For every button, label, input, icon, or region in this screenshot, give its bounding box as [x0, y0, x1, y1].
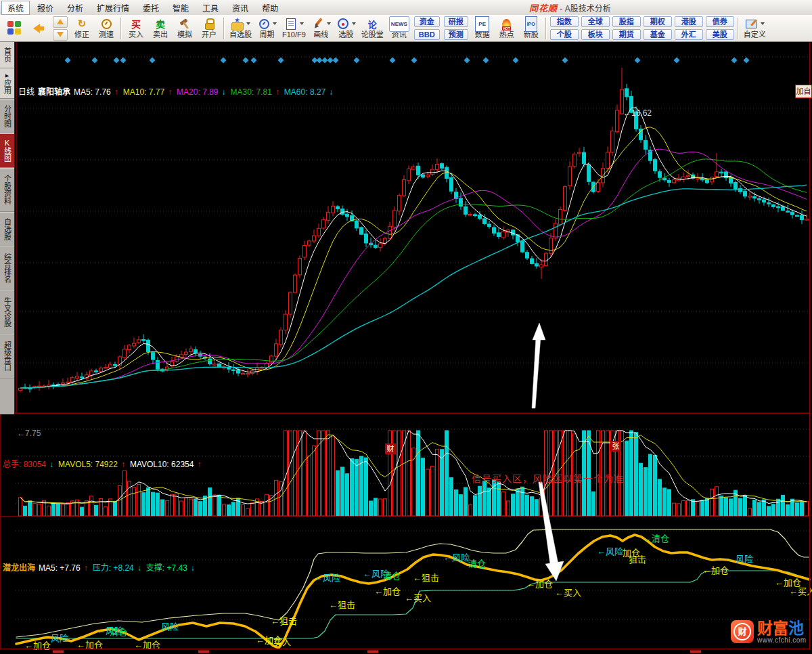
volume-bar — [185, 498, 188, 516]
toolbar-button-BBD[interactable]: BBD — [414, 29, 440, 40]
chart-area[interactable]: ←风险清仓风险←加仓←加仓←加仓风险←狙击←加仓买入←风险←风险清仓←狙击←加仓… — [0, 42, 812, 654]
toolbar-button-热点[interactable]: 热点 — [495, 16, 519, 41]
candle — [772, 204, 775, 206]
sidebar: 首页▶应用分时图K线图个股资料自选股综合排名牛叉诊股超级盘口 — [0, 42, 15, 414]
sidebar-tab-自选股[interactable]: 自选股 — [0, 212, 14, 246]
volume-bar — [246, 508, 250, 516]
volume-bar — [24, 506, 27, 516]
toolbar-button-模拟[interactable]: 模拟 — [173, 16, 197, 41]
market-button-外汇[interactable]: 外汇 — [675, 29, 703, 40]
market-button-期权[interactable]: 期权 — [644, 16, 672, 27]
toolbar-button-预测[interactable]: 预测 — [444, 29, 468, 40]
kline-ma-2: MA20: 7.89 — [177, 87, 218, 97]
vheader-value-1: MAVOL5: 74922 — [58, 460, 118, 469]
down-arrow-icon: ↓ — [137, 563, 141, 573]
toolbar-button-研报[interactable]: 研报 — [444, 16, 468, 27]
sidebar-tab-个股资料[interactable]: 个股资料 — [0, 168, 14, 212]
diamond-marker — [91, 57, 97, 63]
volume-bar — [303, 431, 307, 516]
scroll-up-button[interactable] — [53, 16, 68, 28]
menu-item-资讯[interactable]: 资讯 — [226, 1, 254, 15]
market-button-全球[interactable]: 全球 — [581, 16, 610, 27]
sidebar-tab-综合排名[interactable]: 综合排名 — [0, 246, 14, 290]
menu-item-智能[interactable]: 智能 — [166, 1, 195, 15]
market-button-美股[interactable]: 美股 — [706, 29, 734, 40]
volume-bar — [455, 489, 458, 516]
signal-label: ←风险 — [597, 546, 623, 557]
market-button-指数[interactable]: 指数 — [550, 16, 579, 27]
toolbar-button-F10/F9[interactable]: F10/F9 — [279, 16, 309, 41]
market-button-债券[interactable]: 债券 — [706, 16, 734, 27]
menu-item-帮助[interactable]: 帮助 — [256, 1, 284, 15]
sidebar-tab-牛叉诊股[interactable]: 牛叉诊股 — [0, 290, 14, 334]
chevron-down-icon — [352, 22, 356, 27]
market-button-板块[interactable]: 板块 — [581, 29, 610, 40]
menu-item-委托[interactable]: 委托 — [137, 1, 165, 15]
period-label[interactable]: 日线 — [18, 87, 35, 97]
candle — [71, 378, 74, 382]
candle — [805, 219, 809, 221]
volume-bar — [95, 505, 98, 516]
market-button-港股[interactable]: 港股 — [675, 16, 703, 27]
menu-item-工具[interactable]: 工具 — [196, 1, 225, 15]
menu-item-系统[interactable]: 系统 — [1, 1, 30, 15]
diamond-marker — [327, 57, 333, 63]
menu-item-报价[interactable]: 报价 — [31, 1, 60, 15]
market-button-期货[interactable]: 期货 — [612, 29, 641, 40]
volume-bar — [341, 467, 344, 516]
volume-bar — [81, 507, 84, 516]
market-button-个股[interactable]: 个股 — [550, 29, 579, 40]
toolbar-button-新股[interactable]: IPO新股 — [519, 16, 543, 41]
volume-bar — [38, 504, 41, 516]
diamond-marker — [149, 57, 155, 63]
volume-bar — [535, 500, 539, 516]
ths-logo-button[interactable] — [2, 16, 26, 41]
toolbar-button-测速[interactable]: 测速 — [94, 16, 118, 41]
volume-bar — [763, 500, 766, 516]
menu-item-分析[interactable]: 分析 — [61, 1, 89, 15]
menu-item-扩展行情[interactable]: 扩展行情 — [91, 1, 135, 15]
volume-bar — [90, 496, 93, 516]
volume-header: 总手: 83054↓MAVOL5: 74922↑MAVOL10: 62354↑ — [3, 458, 206, 469]
toolbar-button-label: 自定义 — [744, 30, 766, 39]
toolbar-button-论股堂[interactable]: 论论股堂 — [359, 16, 386, 41]
add-to-watchlist-button[interactable]: 加自 — [795, 85, 812, 98]
candle — [246, 374, 250, 375]
volume-bar — [417, 431, 420, 516]
signal-label: ←买入 — [555, 588, 581, 598]
signal-label: ←狙击 — [271, 616, 297, 626]
volume-bar — [644, 468, 648, 516]
sidebar-tab-分时图[interactable]: 分时图 — [0, 99, 14, 133]
scroll-down-button[interactable] — [53, 29, 68, 41]
volume-bar — [180, 501, 183, 516]
toolbar-button-选股[interactable]: 选股 — [334, 16, 359, 41]
diamond-marker — [482, 57, 489, 63]
toolbar-button-数据[interactable]: PE数据 — [470, 16, 495, 41]
toolbar-button-卖出[interactable]: 卖卖出 — [148, 16, 173, 41]
volume-bar — [289, 431, 292, 516]
buy-icon: 买 — [129, 18, 143, 30]
volume-bar — [682, 500, 685, 516]
cfchi-logo-icon: 财 — [731, 620, 754, 643]
diamond-markers-layer — [64, 57, 749, 63]
toolbar-button-资讯[interactable]: NEWS资讯 — [386, 16, 412, 41]
toolbar-button-买入[interactable]: 买买入 — [124, 16, 148, 41]
sidebar-tab-超级盘口[interactable]: 超级盘口 — [0, 334, 14, 378]
sidebar-tab-K线图[interactable]: K线图 — [0, 133, 14, 168]
toolbar-button-back-arrow-icon[interactable] — [26, 16, 51, 41]
sidebar-tab-首页[interactable]: 首页 — [0, 42, 14, 68]
toolbar-button-资金[interactable]: 资金 — [414, 16, 440, 27]
toolbar-button-自定义[interactable]: 自定义 — [741, 16, 769, 41]
candlestick-layer[interactable] — [19, 68, 809, 393]
volume-bar — [796, 503, 799, 516]
market-button-股指[interactable]: 股指 — [612, 16, 641, 27]
sidebar-tab-应用[interactable]: ▶应用 — [0, 68, 14, 99]
toolbar-button-修正[interactable]: ↻修正 — [70, 16, 94, 41]
candle — [786, 211, 790, 213]
up-arrow-icon: ↑ — [84, 563, 88, 573]
toolbar-button-开户[interactable]: 开户 — [197, 16, 221, 41]
market-button-基金[interactable]: 基金 — [644, 29, 672, 40]
toolbar-button-画线[interactable]: 画线 — [309, 16, 334, 41]
toolbar-button-自选股[interactable]: 自选股 — [227, 16, 254, 41]
toolbar-button-周期[interactable]: 周期 — [254, 16, 279, 41]
